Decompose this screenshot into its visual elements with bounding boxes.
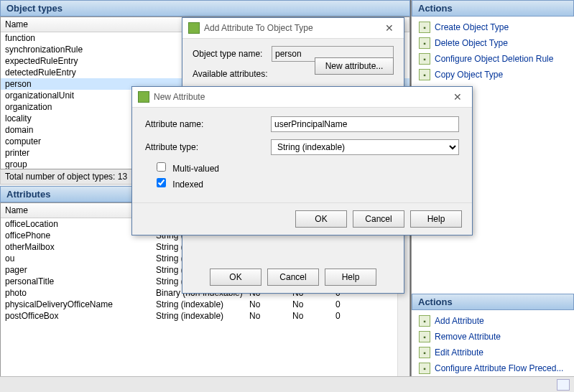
- action-icon: ▪: [419, 347, 430, 358]
- col-attr-name[interactable]: Name: [1, 203, 152, 218]
- object-types-header: Object types: [0, 0, 410, 17]
- action-item[interactable]: ▪Copy Object Type: [412, 67, 574, 83]
- actions-bottom-list: ▪Add Attribute▪Remove Attribute▪Edit Att…: [412, 310, 574, 379]
- status-bar: [0, 376, 574, 392]
- actions-bottom-header: Actions: [412, 294, 574, 310]
- action-item[interactable]: ▪Configure Attribute Flow Preced...: [412, 360, 574, 376]
- help-button[interactable]: Help: [325, 269, 376, 286]
- available-attributes-label: Available attributes:: [193, 69, 272, 79]
- close-icon[interactable]: ✕: [381, 21, 398, 35]
- multi-valued-checkbox[interactable]: Multi-valued: [157, 164, 219, 174]
- status-icon: [557, 379, 570, 391]
- action-item[interactable]: ▪Delete Object Type: [412, 35, 574, 51]
- action-item[interactable]: ▪Create Object Type: [412, 19, 574, 35]
- new-attribute-dialog: New Attribute ✕ Attribute name: Attribut…: [131, 86, 473, 235]
- object-type-name-label: Object type name:: [193, 49, 272, 59]
- multi-valued-input[interactable]: [157, 162, 166, 172]
- actions-top-list: ▪Create Object Type▪Delete Object Type▪C…: [412, 17, 574, 85]
- action-item[interactable]: ▪Edit Attribute: [412, 345, 574, 360]
- action-icon: ▪: [419, 363, 430, 374]
- new-attribute-button[interactable]: New attribute...: [315, 57, 394, 75]
- ok-button[interactable]: OK: [295, 210, 347, 228]
- close-icon[interactable]: ✕: [449, 90, 466, 104]
- attribute-type-label: Attribute type:: [145, 142, 271, 152]
- dialog-title: New Attribute: [154, 92, 205, 102]
- action-icon: ▪: [419, 37, 430, 49]
- attribute-name-field[interactable]: [271, 116, 459, 132]
- action-icon: ▪: [419, 331, 430, 342]
- app-icon: [188, 22, 200, 34]
- actions-top-header: Actions: [412, 0, 574, 17]
- action-item[interactable]: ▪Add Attribute: [412, 313, 574, 329]
- action-item[interactable]: ▪Remove Attribute: [412, 329, 574, 345]
- attribute-row[interactable]: physicalDeliveryOfficeNameString (indexa…: [1, 299, 409, 310]
- action-icon: ▪: [419, 22, 430, 33]
- attribute-name-label: Attribute name:: [145, 119, 271, 129]
- action-icon: ▪: [419, 53, 430, 65]
- action-item[interactable]: ▪Configure Object Deletion Rule: [412, 51, 574, 67]
- app-icon: [138, 91, 149, 103]
- attribute-type-select[interactable]: String (indexable): [271, 139, 459, 155]
- action-icon: ▪: [419, 315, 430, 327]
- cancel-button[interactable]: Cancel: [267, 269, 319, 286]
- attribute-row[interactable]: postOfficeBoxString (indexable)NoNo0: [1, 310, 409, 322]
- help-button[interactable]: Help: [410, 210, 462, 228]
- indexed-checkbox[interactable]: Indexed: [157, 179, 203, 190]
- cancel-button[interactable]: Cancel: [353, 210, 404, 228]
- dialog-title: Add Attribute To Object Type: [204, 23, 313, 33]
- indexed-input[interactable]: [157, 178, 166, 187]
- action-icon: ▪: [419, 69, 430, 80]
- ok-button[interactable]: OK: [210, 269, 261, 286]
